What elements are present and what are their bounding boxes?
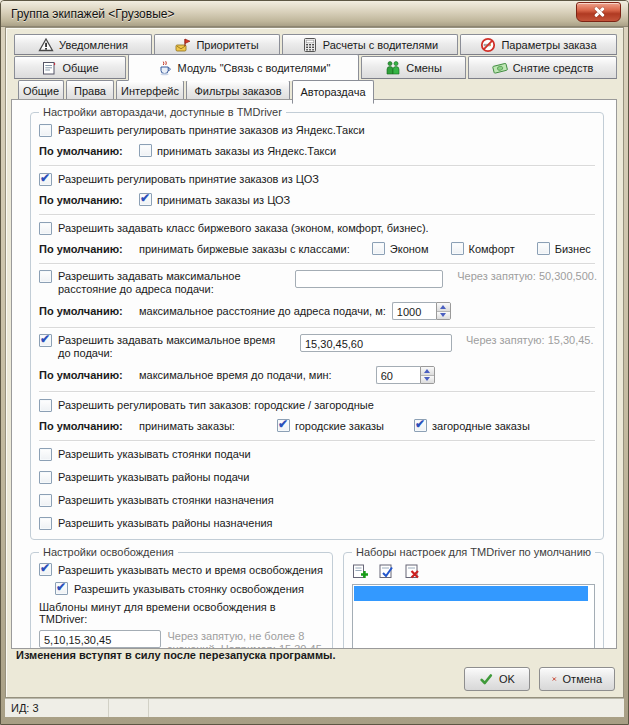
max-distance-input[interactable] [295,270,444,288]
checkbox-label: загородные заказы [432,420,530,432]
spinner-up-button[interactable] [437,303,450,311]
allow-destination-districts-checkbox[interactable] [39,517,52,530]
checkbox-label: Разрешить регулировать принятие заказов … [58,173,319,185]
tab-label: Интерфейс [121,85,179,97]
arrow-up-icon [440,305,446,309]
allow-coz-checkbox[interactable] [39,173,52,186]
tab-shifts[interactable]: Смены [361,56,466,79]
allow-class-checkbox[interactable] [39,222,52,235]
calculator-icon [302,37,318,53]
people-icon [385,60,401,76]
tab-label: Расчеты с водителями [323,39,438,51]
tab-label: Уведомления [59,39,128,51]
spinner-value[interactable]: 60 [376,366,420,384]
allow-max-distance-checkbox[interactable] [39,270,52,283]
time-format-hint: Через запятую: 15,30,45. [466,334,594,346]
allow-destination-stands-checkbox[interactable] [39,494,52,507]
checkbox-label: Разрешить задавать максимальное время до… [58,334,290,360]
checkbox-label: принимать заказы из ЦОЗ [157,194,290,206]
selected-preset-row[interactable] [354,586,588,601]
presets-listbox[interactable] [352,584,595,649]
tab-general[interactable]: Общие [14,56,126,79]
close-button[interactable] [576,2,621,22]
class-business-checkbox[interactable] [537,242,550,255]
spinner-down-button[interactable] [437,311,450,320]
separator [39,391,595,392]
allow-release-stand-checkbox[interactable] [55,582,68,595]
allow-coz-row: Разрешить регулировать принятие заказов … [39,172,597,186]
default-label: По умолчанию: [39,194,139,206]
default-label: По умолчанию: [39,369,139,381]
allow-yandex-row: Разрешить регулировать принятие заказов … [39,123,597,137]
checkbox-label: Эконом [390,243,429,255]
allow-pickup-stands-checkbox[interactable] [39,448,52,461]
status-bar: ИД: 3 [5,698,624,717]
subtab-order-filters[interactable]: Фильтры заказов [186,80,290,101]
status-cell [149,699,624,717]
class-comfort-checkbox[interactable] [451,242,464,255]
no-smoking-icon [480,37,496,53]
sub-tab-row: Общие Права Интерфейс Фильтры заказов Ав… [18,80,374,101]
arrow-up-icon [424,369,430,373]
release-settings-group: Настройки освобождения Разрешить указыва… [30,552,333,649]
cancel-button[interactable]: Отмена [539,667,615,691]
dialog-window: Группа экипажей <Грузовые> Уведомления П… [0,0,629,725]
ok-button[interactable]: OK [464,667,530,691]
tab-label: Общие [23,85,59,97]
spinner-down-button[interactable] [421,375,434,384]
allow-order-type-checkbox[interactable] [39,399,52,412]
spinner-value[interactable]: 1000 [392,302,436,320]
add-preset-button[interactable] [352,563,369,580]
default-yandex-row: По умолчанию: принимать заказы из Яндекс… [39,143,597,158]
allow-release-place-checkbox[interactable] [39,563,52,576]
separator [39,165,595,166]
edit-preset-button[interactable] [378,563,395,580]
checkbox-label: Разрешить регулировать принятие заказов … [58,124,365,136]
city-orders-checkbox[interactable] [277,419,290,432]
separator [39,440,595,441]
dialog-client-area: Уведомления Приоритеты Расчеты с водител… [5,27,624,698]
max-time-input[interactable]: 15,30,45,60 [300,334,452,352]
subtab-rights[interactable]: Права [66,80,114,101]
separator [39,263,595,264]
tab-withdrawal[interactable]: Снятие средств [468,56,617,79]
default-yandex-checkbox[interactable] [139,144,152,157]
default-coz-checkbox[interactable] [139,193,152,206]
allow-max-time-checkbox[interactable] [39,334,52,347]
separator [39,214,595,215]
minute-templates-hint: Через запятую, не более 8 значений. Напр… [167,630,326,649]
restart-note: Изменения вступят в силу после перезапус… [16,649,336,661]
delete-preset-button[interactable] [404,563,421,580]
checkbox-label: Разрешить указывать стоянки назначения [58,494,274,506]
checkbox-label: Разрешить указывать стоянки подачи [58,448,251,460]
class-econom-checkbox[interactable] [372,242,385,255]
tab-priorities[interactable]: Приоритеты [154,34,280,55]
button-label: OK [499,673,515,685]
tab-driver-settlements[interactable]: Расчеты с водителями [282,34,458,55]
tab-label: Фильтры заказов [194,85,281,97]
title-bar: Группа экипажей <Грузовые> [1,1,628,27]
ok-check-icon [479,672,493,686]
allow-class-row: Разрешить задавать класс биржевого заказ… [39,221,597,235]
tab-order-parameters[interactable]: Параметры заказа [460,34,617,55]
checkbox-label: Разрешить указывать районы подачи [58,471,250,483]
cancel-x-icon [552,672,557,686]
subtab-autodispatch[interactable]: Автораздача [292,80,374,104]
minute-templates-input[interactable]: 5,10,15,30,45 [39,630,161,648]
tab-label: Снятие средств [513,62,594,74]
tab-notifications[interactable]: Уведомления [14,34,152,55]
default-label: По умолчанию: [39,305,139,317]
allow-max-distance-row: Разрешить задавать максимальное расстоян… [39,270,597,296]
allow-yandex-checkbox[interactable] [39,124,52,137]
checkbox-label: Разрешить задавать максимальное расстоян… [58,270,285,296]
allow-pickup-stands-row: Разрешить указывать стоянки подачи [39,447,597,461]
allow-pickup-districts-checkbox[interactable] [39,471,52,484]
java-cup-icon [157,60,173,76]
tab-label: Автораздача [300,86,365,98]
subtab-general[interactable]: Общие [18,80,64,101]
country-orders-checkbox[interactable] [414,419,427,432]
tab-driver-link-module[interactable]: Модуль "Связь с водителями" [128,54,359,81]
status-id: ИД: 3 [11,702,39,714]
subtab-interface[interactable]: Интерфейс [116,80,184,101]
spinner-up-button[interactable] [421,367,434,375]
